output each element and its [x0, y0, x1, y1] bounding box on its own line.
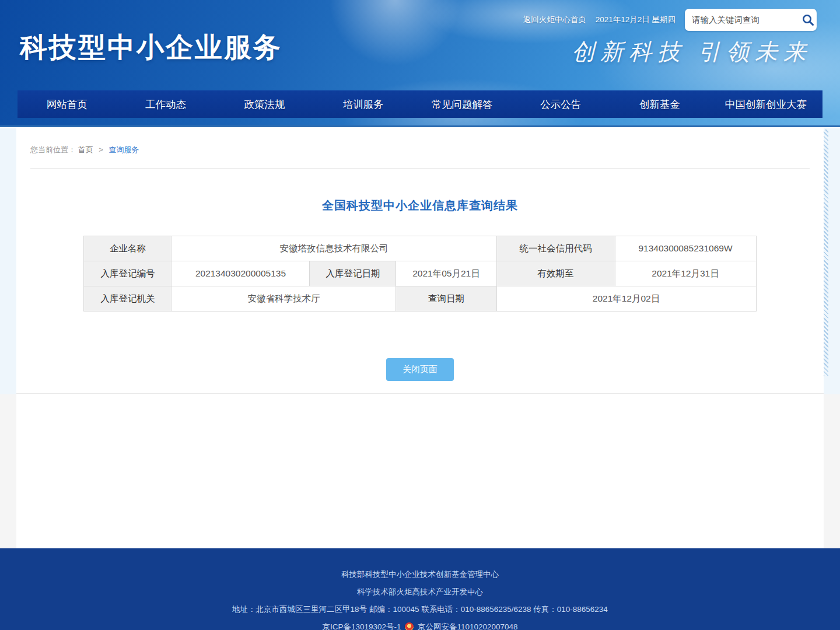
- table-row: 入库登记机关 安徽省科学技术厅 查询日期 2021年12月02日: [84, 286, 756, 312]
- cell-registration-authority-value: 安徽省科学技术厅: [172, 286, 396, 312]
- decorative-hatch-strip: [824, 130, 828, 376]
- site-logo: 科技型中小企业服务: [20, 29, 282, 66]
- search-button[interactable]: [801, 11, 815, 29]
- search-box: [685, 9, 817, 31]
- cell-credit-code-label: 统一社会信用代码: [496, 236, 615, 261]
- police-badge-icon: [405, 622, 414, 630]
- nav-item-innovation-fund[interactable]: 创新基金: [610, 90, 709, 118]
- breadcrumb-current-link[interactable]: 查询服务: [108, 145, 139, 154]
- footer-icp-link[interactable]: 京ICP备13019302号-1: [322, 622, 401, 630]
- footer-icp-line: 京ICP备13019302号-1 京公网安备11010202007048: [0, 618, 840, 630]
- page-title: 全国科技型中小企业信息库查询结果: [16, 198, 824, 214]
- search-input[interactable]: [692, 15, 801, 24]
- nav-item-home[interactable]: 网站首页: [18, 90, 116, 118]
- nav-item-innovation-competition[interactable]: 中国创新创业大赛: [709, 90, 822, 118]
- back-to-torch-center-link[interactable]: 返回火炬中心首页: [523, 15, 586, 25]
- cell-registration-date-label: 入库登记日期: [310, 261, 396, 286]
- cell-valid-until-label: 有效期至: [496, 261, 615, 286]
- result-table: 企业名称 安徽塔孜信息技术有限公司 统一社会信用代码 9134030008523…: [83, 236, 756, 312]
- cell-registration-number-label: 入库登记编号: [84, 261, 172, 286]
- nav-item-training[interactable]: 培训服务: [314, 90, 412, 118]
- cell-company-name-label: 企业名称: [84, 236, 172, 261]
- footer-org-line-2: 科学技术部火炬高技术产业开发中心: [0, 583, 840, 601]
- cell-registration-authority-label: 入库登记机关: [84, 286, 172, 312]
- table-row: 企业名称 安徽塔孜信息技术有限公司 统一社会信用代码 9134030008523…: [84, 236, 756, 261]
- cell-registration-date-value: 2021年05月21日: [396, 261, 496, 286]
- table-row: 入库登记编号 202134030200005135 入库登记日期 2021年05…: [84, 261, 756, 286]
- query-result-section: 您当前位置： 首页 > 查询服务 全国科技型中小企业信息库查询结果 企业名称 安…: [16, 128, 824, 394]
- breadcrumb-separator: >: [99, 145, 103, 154]
- footer-org-line-1: 科技部科技型中小企业技术创新基金管理中心: [0, 566, 840, 583]
- footer-police-link[interactable]: 京公网安备11010202007048: [418, 622, 518, 630]
- site-header: 返回火炬中心首页 2021年12月2日 星期四 科技型中小企业服务 创新科技 引…: [0, 0, 840, 127]
- main-nav: 网站首页 工作动态 政策法规 培训服务 常见问题解答 公示公告 创新基金 中国创…: [18, 90, 822, 118]
- cell-registration-number-value: 202134030200005135: [172, 261, 310, 286]
- header-topbar: 返回火炬中心首页 2021年12月2日 星期四: [523, 8, 817, 32]
- breadcrumb: 您当前位置： 首页 > 查询服务: [30, 145, 810, 169]
- nav-item-policies[interactable]: 政策法规: [215, 90, 314, 118]
- search-icon: [801, 13, 815, 27]
- current-date: 2021年12月2日 星期四: [596, 15, 676, 25]
- nav-item-announcements[interactable]: 公示公告: [512, 90, 610, 118]
- content-wrapper: 您当前位置： 首页 > 查询服务 全国科技型中小企业信息库查询结果 企业名称 安…: [16, 128, 824, 548]
- cell-company-name-value: 安徽塔孜信息技术有限公司: [172, 236, 496, 261]
- cell-query-date-value: 2021年12月02日: [496, 286, 756, 312]
- nav-item-faq[interactable]: 常见问题解答: [412, 90, 511, 118]
- footer-address-line: 地址：北京市西城区三里河二区甲18号 邮编：100045 联系电话：010-88…: [0, 601, 840, 618]
- site-footer: 科技部科技型中小企业技术创新基金管理中心 科学技术部火炬高技术产业开发中心 地址…: [0, 548, 840, 630]
- header-slogan: 创新科技 引领未来: [572, 36, 812, 68]
- nav-item-work-news[interactable]: 工作动态: [116, 90, 215, 118]
- breadcrumb-prefix: 您当前位置：: [30, 145, 76, 154]
- close-page-button[interactable]: 关闭页面: [386, 358, 454, 381]
- breadcrumb-home-link[interactable]: 首页: [78, 145, 93, 154]
- cell-query-date-label: 查询日期: [396, 286, 496, 312]
- cell-valid-until-value: 2021年12月31日: [615, 261, 756, 286]
- cell-credit-code-value: 91340300085231069W: [615, 236, 756, 261]
